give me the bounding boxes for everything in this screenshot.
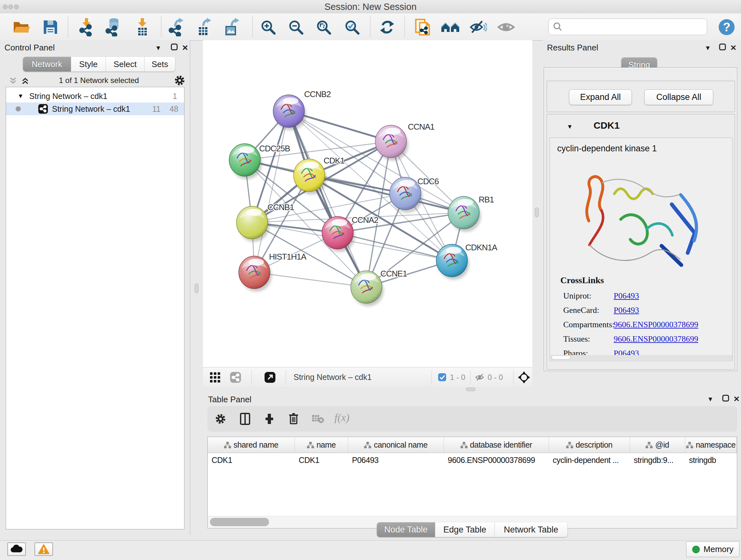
panel-menu-icon[interactable]: ▼ — [707, 395, 714, 403]
network-collection-row[interactable]: ▼ String Network – cdk1 1 — [6, 90, 184, 103]
add-column-icon[interactable] — [263, 413, 276, 427]
collapse-all-button[interactable]: Collapse All — [644, 89, 713, 105]
hide-unhide-button[interactable] — [468, 17, 488, 37]
grid-view-icon[interactable] — [209, 372, 221, 384]
copy-share-document-button[interactable] — [412, 17, 432, 37]
node-CCNB2[interactable] — [273, 95, 306, 130]
close-panel-icon[interactable]: ✕ — [730, 44, 737, 52]
horizontal-splitter-handle[interactable] — [466, 388, 475, 391]
network-options-gear-icon[interactable] — [174, 74, 186, 88]
cell--id[interactable]: stringdb:9... — [630, 453, 685, 467]
tab-select[interactable]: Select — [106, 57, 145, 71]
cell-description[interactable]: cyclin-dependent ... — [549, 453, 630, 467]
left-splitter-handle[interactable] — [195, 284, 199, 293]
node-HIST1H1A[interactable] — [239, 256, 272, 292]
crosslink-link[interactable]: 9606.ENSP00000378699 — [614, 320, 698, 329]
edge-CCNB2-HIST1H1A[interactable] — [254, 111, 289, 272]
gray-eye-button[interactable] — [496, 17, 516, 37]
table-settings-gear-icon[interactable] — [214, 413, 226, 426]
selected-checkbox-icon[interactable] — [438, 373, 447, 383]
detach-view-icon[interactable] — [264, 372, 276, 384]
open-session-button[interactable] — [11, 17, 31, 37]
show-columns-icon[interactable] — [239, 413, 252, 427]
column-header-namespace[interactable]: namespace — [685, 437, 737, 453]
toolbar-separator — [161, 16, 161, 37]
expand-all-networks-icon[interactable] — [20, 76, 30, 87]
control-panel: Control Panel ▼ ✕ Network Style Select S… — [0, 40, 190, 535]
search-input[interactable] — [565, 20, 707, 34]
function-builder-icon[interactable]: f(x) — [334, 412, 349, 424]
eye-slash-icon — [468, 18, 487, 37]
zoom-in-button[interactable] — [258, 17, 278, 37]
collection-expand-icon[interactable]: ▼ — [17, 92, 23, 100]
string-home-button[interactable] — [441, 17, 460, 37]
cell-canonical-name[interactable]: P06493 — [348, 453, 444, 467]
column-header-canonical-name[interactable]: canonical name — [348, 437, 444, 453]
column-header-name[interactable]: name — [295, 437, 348, 453]
scrollbar-thumb[interactable] — [210, 518, 269, 526]
network-row[interactable]: String Network – cdk1 11 48 — [6, 103, 184, 115]
import-network-database-button[interactable] — [104, 17, 123, 37]
cell-namespace[interactable]: stringdb — [685, 453, 737, 467]
delete-table-icon[interactable] — [312, 415, 324, 425]
cell-shared-name[interactable]: CDK1 — [208, 453, 295, 467]
cloud-button[interactable] — [7, 543, 26, 556]
node-CCNA2[interactable] — [322, 216, 355, 252]
right-splitter-handle[interactable] — [535, 207, 539, 217]
tab-edge-table[interactable]: Edge Table — [435, 522, 495, 537]
delete-column-trash-icon[interactable] — [287, 412, 300, 426]
cell-name[interactable]: CDK1 — [295, 453, 348, 467]
zoom-fit-button[interactable] — [314, 17, 333, 37]
node-CCNE1[interactable] — [351, 271, 384, 306]
import-table-button[interactable] — [132, 17, 152, 37]
import-network-file-button[interactable] — [77, 17, 96, 37]
warnings-button[interactable] — [35, 543, 53, 556]
zoom-selected-button[interactable] — [342, 17, 362, 37]
panel-menu-icon[interactable]: ▼ — [704, 44, 711, 52]
export-image-button[interactable] — [221, 17, 241, 37]
close-panel-icon[interactable]: ✕ — [733, 395, 740, 403]
node-CDK1[interactable] — [293, 159, 327, 194]
cell-database-identifier[interactable]: 9606.ENSP00000378699 — [444, 453, 549, 467]
section-collapse-icon[interactable]: ▼ — [567, 123, 573, 130]
crosslink-link[interactable]: P06493 — [614, 306, 639, 315]
tab-network[interactable]: Network — [23, 57, 71, 71]
column-header-database-identifier[interactable]: database identifier — [444, 437, 549, 453]
tab-sets[interactable]: Sets — [145, 57, 175, 71]
node-CCNA1[interactable] — [375, 125, 408, 161]
node-RB1[interactable] — [448, 196, 481, 232]
export-table-button[interactable] — [193, 17, 213, 37]
scrollbar-thumb[interactable] — [552, 355, 570, 360]
network-graph[interactable]: CCNB2CCNA1CDC25BCDK1CDC6RB1CCNB1CCNA2CDK… — [203, 40, 532, 367]
collapse-all-networks-icon[interactable] — [8, 76, 18, 87]
close-panel-icon[interactable]: ✕ — [182, 44, 188, 52]
node-CDKN1A[interactable] — [436, 244, 469, 280]
save-session-button[interactable] — [41, 17, 60, 37]
column-header-description[interactable]: description — [549, 437, 630, 453]
tab-network-table[interactable]: Network Table — [495, 522, 567, 537]
panel-menu-icon[interactable]: ▼ — [155, 44, 161, 52]
zoom-out-button[interactable] — [286, 17, 306, 37]
column-header-shared-name[interactable]: shared name — [208, 437, 295, 453]
expand-all-button[interactable]: Expand All — [569, 89, 632, 105]
tab-node-table[interactable]: Node Table — [377, 522, 435, 537]
results-horizontal-scrollbar[interactable] — [550, 355, 732, 360]
birdseye-navigator-icon[interactable] — [518, 371, 530, 385]
memory-button[interactable]: Memory — [686, 542, 739, 557]
refresh-button[interactable] — [377, 17, 397, 37]
column-header--id[interactable]: @id — [630, 437, 685, 453]
string-view-icon[interactable] — [230, 372, 241, 384]
node-table-data-row[interactable]: CDK1CDK1P064939606.ENSP00000378699cyclin… — [208, 453, 737, 467]
help-button[interactable]: ? — [717, 17, 737, 37]
float-panel-icon[interactable] — [171, 43, 178, 52]
node-CDC25B[interactable] — [229, 144, 262, 179]
crosslink-link[interactable]: P06493 — [614, 291, 639, 301]
export-network-button[interactable] — [166, 17, 186, 37]
crosslink-link[interactable]: 9606.ENSP00000378699 — [614, 334, 698, 344]
tab-style[interactable]: Style — [71, 57, 106, 71]
gene-description: cyclin-dependent kinase 1 — [557, 144, 657, 153]
float-panel-icon[interactable] — [722, 394, 730, 403]
network-view-toolbar: String Network – cdk1 1 - 0 0 - 0 — [203, 367, 532, 387]
network-canvas[interactable]: CCNB2CCNA1CDC25BCDK1CDC6RB1CCNB1CCNA2CDK… — [203, 40, 532, 367]
float-panel-icon[interactable] — [719, 43, 726, 52]
